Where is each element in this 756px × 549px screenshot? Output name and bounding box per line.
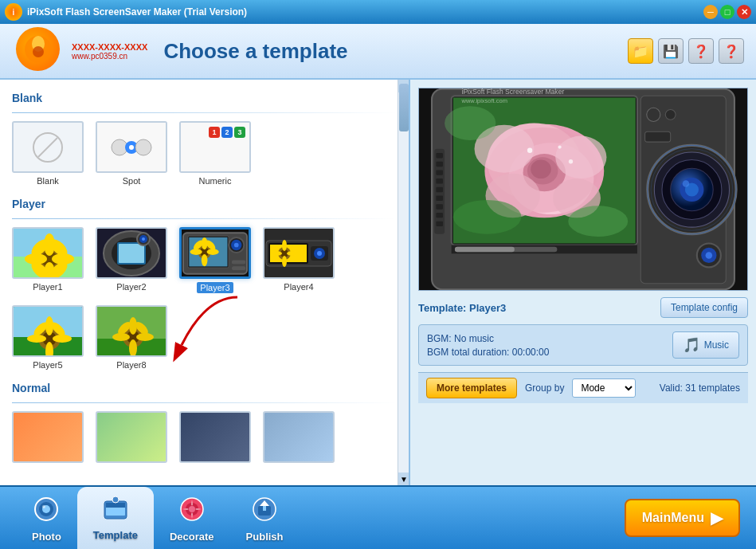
publish-nav-label: Publish (246, 531, 284, 543)
photo-icon (33, 496, 59, 527)
svg-point-141 (189, 506, 195, 512)
player3-label: Player3 (197, 282, 233, 293)
svg-point-101 (555, 136, 606, 179)
player8-thumb[interactable] (96, 305, 167, 357)
svg-point-107 (527, 148, 532, 153)
player5-thumb[interactable] (12, 305, 84, 357)
svg-point-57 (317, 251, 322, 256)
player3-thumb[interactable] (179, 227, 251, 279)
normal3-thumb[interactable] (179, 411, 251, 463)
template-item-numeric[interactable]: 1 2 3 Numeric (179, 121, 251, 186)
template-item-player3[interactable]: Player3 (179, 227, 251, 293)
minimize-button[interactable]: ─ (703, 5, 718, 19)
player1-thumb[interactable] (12, 227, 84, 279)
normal4-thumb[interactable] (263, 411, 335, 463)
main-menu-button[interactable]: MainMenu ▶ (625, 499, 740, 537)
template-item-normal1[interactable] (12, 411, 84, 463)
normal2-thumb[interactable] (96, 411, 167, 463)
template-item-player4[interactable]: Player4 (263, 227, 335, 293)
svg-line-4 (38, 138, 57, 157)
sidebar-item-publish[interactable]: Publish (230, 487, 300, 549)
spot-label: Spot (123, 176, 141, 186)
svg-rect-137 (106, 503, 125, 508)
preview-image: iPixSoft Flash Screensaver Maker www.ipi… (419, 88, 747, 290)
maximize-button[interactable]: □ (720, 5, 734, 19)
watermark-line2: www.pc0359.cn (72, 52, 147, 61)
blank-template-grid: Blank Spot (12, 121, 397, 186)
svg-rect-89 (436, 213, 443, 218)
template-item-player1[interactable]: Player1 (12, 227, 84, 293)
bgm-section: BGM: No music BGM total duration: 00:00:… (418, 324, 748, 366)
template-item-spot[interactable]: Spot (96, 121, 167, 186)
spot-thumb[interactable] (96, 121, 167, 173)
svg-rect-112 (455, 247, 515, 252)
scroll-down-button[interactable]: ▼ (398, 473, 409, 485)
svg-point-134 (42, 505, 45, 508)
template-item-player5[interactable]: Player5 (12, 305, 84, 370)
template-config-button[interactable]: Template config (660, 297, 748, 318)
template-icon (103, 495, 128, 526)
svg-rect-82 (436, 153, 443, 158)
section-title-blank: Blank (12, 92, 397, 104)
scroll-thumb[interactable] (399, 84, 409, 131)
template-scroll-area[interactable]: Blank Blank (0, 80, 409, 485)
bottom-nav: Photo Template (16, 487, 300, 549)
svg-rect-145 (263, 506, 266, 511)
blank-section-divider (12, 112, 397, 113)
template-nav-label: Template (93, 529, 138, 541)
player1-sunflower-svg (14, 229, 82, 277)
normal1-thumb[interactable] (12, 411, 84, 463)
save-button[interactable]: 💾 (658, 38, 684, 64)
preview-area: iPixSoft Flash Screensaver Maker www.ipi… (418, 88, 748, 291)
numeric-thumb[interactable]: 1 2 3 (179, 121, 251, 173)
sidebar-item-photo[interactable]: Photo (16, 487, 77, 549)
main-content: Blank Blank (0, 80, 756, 485)
no-entry-icon (32, 131, 64, 163)
svg-rect-44 (232, 260, 245, 264)
template-item-blank[interactable]: Blank (12, 121, 84, 186)
svg-point-108 (558, 145, 561, 148)
close-button[interactable]: ✕ (737, 5, 751, 19)
template-name-display: Template: Player3 (418, 300, 506, 316)
svg-point-115 (665, 109, 676, 120)
svg-text:www.ipixsoft.com: www.ipixsoft.com (461, 97, 507, 104)
logo-icon (23, 34, 53, 65)
main-menu-label: MainMenu (642, 511, 704, 525)
template-item-player2[interactable]: Player2 (96, 227, 167, 293)
decorate-nav-label: Decorate (170, 531, 214, 543)
svg-point-54 (287, 251, 298, 256)
sidebar-item-decorate[interactable]: Decorate (154, 487, 230, 549)
blank-label: Blank (37, 176, 59, 186)
header-toolbar: 📁 💾 ❓ ❓ (628, 38, 744, 64)
svg-point-105 (568, 206, 628, 237)
svg-point-106 (445, 106, 496, 140)
template-item-normal3[interactable] (179, 411, 251, 463)
template-item-normal2[interactable] (96, 411, 167, 463)
svg-rect-24 (119, 244, 144, 263)
more-templates-button[interactable]: More templates (426, 378, 517, 398)
group-by-select[interactable]: Mode Name (572, 378, 636, 398)
question-button[interactable]: ❓ (688, 38, 714, 64)
player2-thumb[interactable] (96, 227, 167, 279)
player4-label: Player4 (284, 282, 313, 292)
svg-point-128 (706, 252, 713, 259)
blank-thumb[interactable] (12, 121, 84, 173)
main-menu-arrow-icon: ▶ (711, 508, 723, 527)
svg-rect-87 (436, 196, 443, 201)
decorate-svg (179, 496, 205, 522)
help-button[interactable]: ❓ (719, 38, 744, 64)
svg-point-27 (142, 237, 145, 241)
svg-point-53 (271, 251, 282, 256)
template-item-player8[interactable]: Player8 (96, 305, 167, 370)
music-button[interactable]: 🎵 Music (672, 331, 739, 359)
svg-point-138 (112, 496, 119, 503)
svg-rect-85 (436, 178, 443, 183)
sidebar-item-template[interactable]: Template (77, 487, 154, 549)
title-bar: i iPixSoft Flash ScreenSaver Maker (Tria… (0, 0, 756, 24)
player4-thumb[interactable] (263, 227, 335, 279)
valid-templates-label: Valid: 31 templates (660, 382, 740, 394)
open-folder-button[interactable]: 📁 (628, 38, 653, 64)
title-bar-controls: ─ □ ✕ (703, 5, 751, 19)
header-area: XXXX-XXXX-XXXX www.pc0359.cn Choose a te… (0, 24, 756, 80)
template-item-normal4[interactable] (263, 411, 335, 463)
